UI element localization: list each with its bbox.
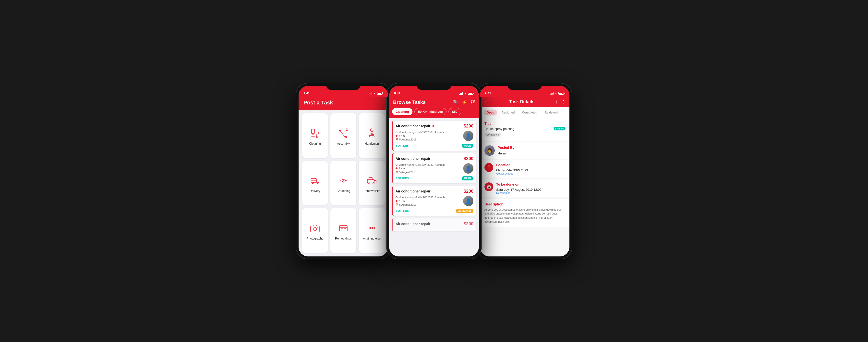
search-icon[interactable]: 🔍 [453, 99, 458, 105]
task-status: ASSIGNED [456, 209, 473, 213]
more-icon[interactable]: ⋮ [562, 99, 565, 104]
task-date: 5 August 2019 [399, 138, 416, 141]
delivery-icon [309, 174, 321, 187]
filter-distance[interactable]: 50 Km, Maldives [414, 108, 446, 115]
map-icon[interactable]: 🗺 [470, 99, 475, 105]
removalists2-icon [337, 222, 350, 234]
task-avatar: 👤 [463, 163, 473, 174]
task-item[interactable]: Air conditioner repair 🖥 $200 Mount Kuri… [392, 121, 476, 151]
tab-reviewed[interactable]: Reviewed [542, 110, 561, 115]
removalists2-label: Removalistis [335, 237, 352, 240]
calendar-icon: 📅 [396, 171, 398, 173]
task-location: Mount Kuring-Gai NSW 2080, Australia [399, 163, 445, 166]
notch-3 [507, 83, 542, 90]
status-icons-2: ▲ [459, 92, 474, 95]
svg-point-33 [369, 227, 371, 229]
task-offers: 3 OFFERS [396, 177, 409, 180]
handyman-label: Handyman [365, 142, 379, 145]
filter-icon[interactable]: ⚡ [462, 99, 467, 105]
svg-rect-0 [312, 129, 314, 134]
task-location: Mount Kuring-Gai NSW 2080, Australia [399, 131, 445, 134]
battery-2 [468, 92, 474, 95]
task-avatar: 👤 [463, 131, 473, 141]
task-price: $200 [464, 189, 473, 194]
task-price: $200 [464, 221, 473, 227]
cleaning-icon [309, 127, 321, 140]
task-location: Mount Kuring-Gai NSW 2080, Australia [399, 196, 445, 199]
filter-bar: Cleaning 50 Km, Maldives $50 [389, 108, 479, 118]
cleaning-label: Cleaning [309, 142, 320, 145]
category-photography[interactable]: Photography [302, 208, 328, 253]
svg-line-8 [343, 130, 347, 133]
details-content: Title House spray painting 5 VIEWS Compl… [480, 118, 569, 256]
assembly-icon [337, 127, 350, 140]
filter-price[interactable]: $50 [448, 108, 461, 115]
tab-completed[interactable]: Completed [519, 110, 540, 115]
gardening-label: Gardening [337, 189, 350, 193]
anything-label: Anything else [363, 237, 381, 240]
task-item[interactable]: Air conditioner repair $200 [392, 219, 476, 231]
phone-1: 9:41 ▲ Post a Task [296, 83, 391, 259]
photography-label: Photography [307, 237, 323, 240]
detail-header-icons: ⊹ ⋮ [555, 99, 565, 104]
share-icon[interactable]: ⊹ [555, 99, 558, 104]
notch-2 [417, 83, 451, 90]
location-dot [396, 196, 398, 198]
category-handyman[interactable]: Handyman [359, 113, 385, 158]
task-offers: 3 OFFERS [396, 144, 409, 147]
assembly-label: Assembly [337, 142, 350, 145]
svg-point-10 [339, 130, 341, 132]
task-title: Air conditioner repair 🖥 [396, 124, 435, 128]
signal-bars-1 [369, 92, 372, 95]
title-label: Title [485, 122, 565, 125]
back-icon[interactable]: ← [484, 99, 489, 105]
phone-2: 9:41 ▲ Browse Tasks [386, 83, 482, 259]
svg-rect-32 [344, 228, 346, 230]
description-section: Description At vero eos et accusamus et … [480, 199, 569, 227]
battery-1 [377, 92, 383, 95]
category-cleaning[interactable]: Cleaning [302, 113, 328, 158]
svg-point-28 [317, 227, 318, 228]
signal-bars-3 [550, 92, 554, 95]
status-icons-1: ▲ [369, 92, 383, 95]
location-content: Location Manly Vale NSW 2093. Get Direct… [496, 163, 565, 175]
todo-content: To be done on Saturday, 17 August 2019 1… [496, 182, 565, 194]
svg-point-13 [370, 129, 373, 132]
get-directions-link[interactable]: Get Directions [496, 172, 565, 175]
tab-open[interactable]: Open [484, 110, 497, 115]
task-status: OPEN [462, 144, 473, 148]
posted-by-label: Posted By [498, 146, 514, 149]
task-price: $200 [464, 156, 473, 161]
svg-point-27 [313, 227, 317, 231]
task-item[interactable]: Air conditioner repair $200 Mount Kuring… [392, 186, 476, 216]
task-details-header: ← Task Details ⊹ ⋮ [480, 96, 569, 107]
category-removalists-2[interactable]: Removalistis [331, 208, 356, 253]
screen-1: 9:41 ▲ Post a Task [299, 86, 388, 256]
category-delivery[interactable]: Delivery [302, 161, 328, 205]
location-icon: 📍 [485, 163, 493, 172]
category-removalists[interactable]: Removalistis [359, 161, 385, 205]
task-avatar: 👤 [463, 196, 473, 206]
reschedule-link[interactable]: Reschedule [496, 192, 565, 194]
status-time-3: 9:41 [485, 91, 491, 95]
todo-label: To be done on [496, 182, 565, 186]
screen-2: 9:41 ▲ Browse Tasks [389, 86, 479, 256]
phones-container: 9:41 ▲ Post a Task [298, 83, 570, 259]
location-value: Manly Vale NSW 2093. [496, 168, 565, 172]
completed-badge: Completed [485, 133, 501, 137]
category-anything[interactable]: Anything else [359, 208, 385, 253]
posted-by-section: 👩 Posted By Helen [480, 142, 569, 159]
tab-assigned[interactable]: Assigned [499, 110, 518, 115]
filter-cleaning[interactable]: Cleaning [392, 108, 412, 115]
battery-3 [558, 92, 564, 95]
category-gardening[interactable]: Gardening [331, 161, 356, 205]
task-distance: 2 Km [399, 167, 405, 170]
category-assembly[interactable]: Assembly [331, 113, 356, 158]
task-item[interactable]: Air conditioner repair $200 Mount Kuring… [392, 153, 476, 183]
svg-line-2 [313, 134, 314, 137]
description-label: Description [485, 202, 565, 206]
post-task-header: Post a Task [299, 96, 388, 110]
location-dot [396, 131, 398, 133]
task-offers: 3 OFFERS [396, 209, 409, 212]
svg-line-11 [341, 134, 345, 137]
